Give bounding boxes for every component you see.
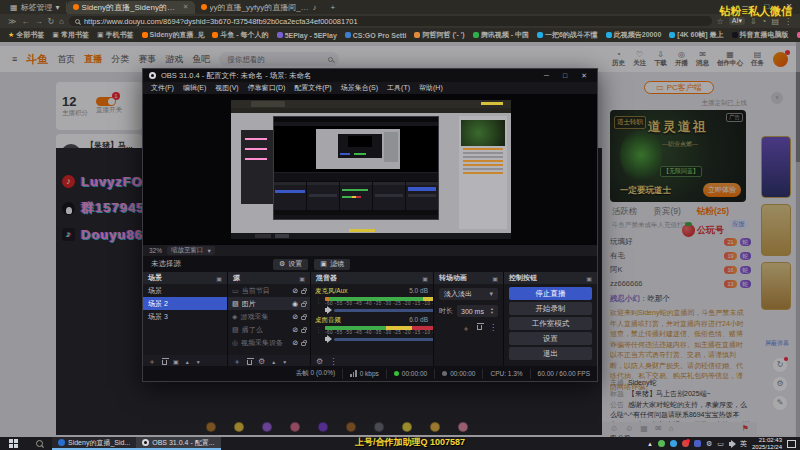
start-recording-button[interactable]: 开始录制 <box>509 302 592 315</box>
popout-icon[interactable]: ▣ <box>216 275 222 282</box>
hamburger-icon[interactable]: ≡ <box>12 54 17 64</box>
zoom-mode-select[interactable]: 缩放至窗口▾ <box>167 246 215 255</box>
extensions-chevron-icon[interactable]: ≫ <box>8 17 16 26</box>
emote-icon[interactable] <box>374 422 384 432</box>
menu-broadcast[interactable]: ◎开播 <box>675 51 688 68</box>
taskbar-app-browser[interactable]: Sideny的直播_Sid... <box>52 437 136 450</box>
browser-tab[interactable]: yy的直播_yyfyy的直播间_yyfDC ♪ <box>195 1 323 14</box>
user-avatar[interactable] <box>773 52 788 67</box>
fan-row[interactable]: 有毛 19 蛇 <box>610 249 751 262</box>
menu-creator-center[interactable]: ▦创作中心 <box>717 51 743 68</box>
gear-icon[interactable]: ⚙ <box>316 357 323 366</box>
popout-icon[interactable]: ▣ <box>586 275 592 282</box>
nav-home[interactable]: 首页 <box>57 53 75 66</box>
menu-profile[interactable]: 配置文件(P) <box>294 83 331 93</box>
emote-icon[interactable] <box>234 422 244 432</box>
emote-icon[interactable] <box>346 422 356 432</box>
live-toggle[interactable]: 1 <box>96 97 116 106</box>
menu-tasks[interactable]: ▤任务 <box>751 51 764 68</box>
tray-gear-icon[interactable]: ⚙ <box>706 440 712 448</box>
home-icon[interactable]: ⌂ <box>669 424 674 433</box>
eye-hidden-icon[interactable]: ⊘ <box>292 339 298 347</box>
bookmark-item[interactable]: 抖音直播电脑版 <box>732 30 789 40</box>
official-account-mascot[interactable]: 公玩号 <box>682 224 724 237</box>
tab-audio-icon[interactable]: ♪ <box>313 3 317 12</box>
close-icon[interactable]: ✕ <box>581 72 587 80</box>
bookmark-folder[interactable]: ▣手机书签 <box>97 30 134 40</box>
source-row[interactable]: ▭当前节目⊘ <box>228 284 310 297</box>
transition-select[interactable]: 淡入淡出▾ <box>439 288 498 300</box>
duration-spinbox[interactable]: 300 ms▲▼ <box>457 305 498 317</box>
sources-header[interactable]: 源▣ <box>228 272 310 284</box>
menu-messages[interactable]: ✉消息 <box>696 51 709 68</box>
emote-icon[interactable] <box>206 422 216 432</box>
gear-icon[interactable]: ⚙ <box>258 357 265 366</box>
refresh-icon[interactable]: ↻ <box>47 17 54 26</box>
tab-vip[interactable]: 贵宾(9) <box>654 206 681 218</box>
speaker-icon[interactable] <box>325 337 328 341</box>
menu-docks[interactable]: 停靠窗口(D) <box>248 83 286 93</box>
eye-hidden-icon[interactable]: ⊘ <box>292 313 298 321</box>
url-input[interactable] <box>84 17 706 26</box>
studio-mode-button[interactable]: 工作室模式 <box>509 317 592 330</box>
source-row-selected[interactable]: ▨图片◉ <box>228 297 310 310</box>
more-dots-icon[interactable]: ⋮ <box>329 357 337 366</box>
block-danmaku-label[interactable]: 屏蔽弹幕 <box>765 340 789 347</box>
emote-icon[interactable] <box>262 422 272 432</box>
pc-client-button[interactable]: ▭ PC客户端 <box>644 81 714 94</box>
source-row[interactable]: ▨播了么⊘ <box>228 323 310 336</box>
taskbar-search-button[interactable] <box>26 437 52 450</box>
menu-scene-collection[interactable]: 场景集合(S) <box>341 83 378 93</box>
support-link[interactable]: 应援 <box>728 219 749 230</box>
fan-row[interactable]: 玩璃好 21 蛇 <box>610 235 751 248</box>
popout-icon[interactable]: ▣ <box>422 275 428 282</box>
popout-icon[interactable]: ▣ <box>299 275 305 282</box>
scene-row[interactable]: 场景 <box>143 284 227 297</box>
eye-hidden-icon[interactable]: ⊘ <box>292 287 298 295</box>
drag-handle-icon[interactable]: ⋮ <box>315 326 322 341</box>
bookmark-item[interactable]: 5EPlay - 5EPlay <box>277 32 337 39</box>
tray-speaker-icon[interactable] <box>729 442 732 446</box>
menu-help[interactable]: 帮助(H) <box>419 83 443 93</box>
menu-history[interactable]: ◔历史 <box>612 51 625 68</box>
douyu-logo[interactable]: 斗鱼 <box>26 52 48 67</box>
report-flag-icon[interactable]: ⚑ <box>742 424 749 433</box>
menu-tools[interactable]: 工具(T) <box>387 83 410 93</box>
new-tab-button[interactable]: + <box>323 3 344 12</box>
tab-close-icon[interactable]: ✕ <box>183 3 189 11</box>
move-up-icon[interactable]: ▲ <box>185 359 190 365</box>
bookmark-item[interactable]: 此视频告20000 <box>606 30 661 40</box>
emote-icon[interactable] <box>430 422 440 432</box>
action-center-icon[interactable] <box>787 440 796 448</box>
ad-banner[interactable]: 广告 道士转职 道灵道祖 —职业点燃— 【无限回蓝】 一定要玩道士 立即体验 <box>610 110 746 202</box>
mixer-header[interactable]: 混音器▣ <box>311 272 433 284</box>
mic-volume-slider[interactable] <box>334 309 433 312</box>
maximize-icon[interactable]: □ <box>563 72 567 80</box>
menu-follow[interactable]: ♡关注 <box>633 51 646 68</box>
source-row[interactable]: ◈游戏采集⊘ <box>228 310 310 323</box>
add-icon[interactable]: ＋ <box>462 323 470 334</box>
source-properties-button[interactable]: ⚙设置 <box>273 259 308 270</box>
activity-banner[interactable] <box>761 136 791 198</box>
emote-icon[interactable] <box>458 422 468 432</box>
tray-icon[interactable] <box>694 440 701 447</box>
scrollbar-thumb[interactable] <box>796 72 800 162</box>
settings-button[interactable]: 设置 <box>509 332 592 345</box>
fan-row[interactable]: 阿K 16 蛇 <box>610 263 751 276</box>
bookmark-all[interactable]: ★全部书签 <box>8 30 44 40</box>
move-down-icon[interactable]: ▼ <box>282 359 287 365</box>
page-scrollbar[interactable] <box>796 42 800 437</box>
site-search[interactable] <box>219 52 339 66</box>
nav-games[interactable]: 游戏 <box>165 53 183 66</box>
transitions-header[interactable]: 转场动画▣ <box>434 272 503 284</box>
chat-username[interactable]: 残忍小幻 <box>610 294 640 303</box>
remove-trash-icon[interactable] <box>247 360 252 365</box>
scenes-header[interactable]: 场景▣ <box>143 272 227 284</box>
stop-streaming-button[interactable]: 停止直播 <box>509 287 592 300</box>
lock-icon[interactable] <box>301 342 306 346</box>
menu-edit[interactable]: 编辑(E) <box>183 83 206 93</box>
desktop-volume-slider[interactable] <box>334 338 433 341</box>
filter-icon[interactable]: ▣ <box>173 358 179 365</box>
source-row[interactable]: ◎视频采集设备⊘ <box>228 336 310 349</box>
forward-icon[interactable]: → <box>34 17 42 26</box>
